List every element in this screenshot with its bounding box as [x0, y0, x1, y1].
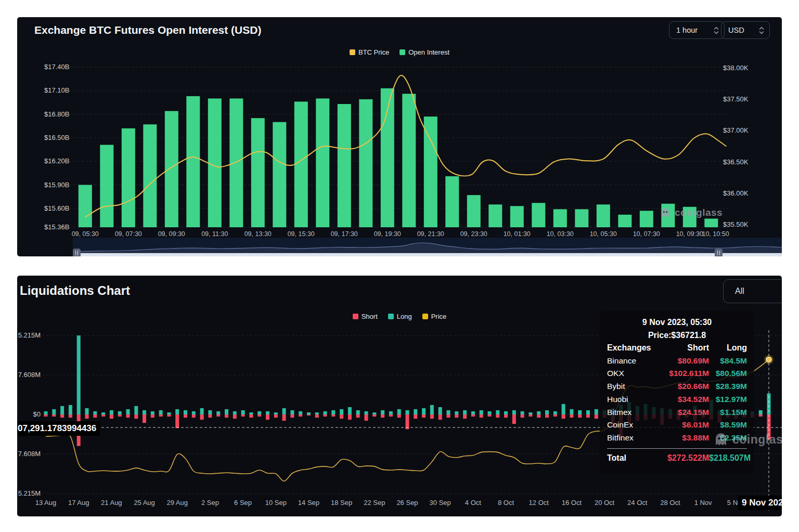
- short-liquidation-bar[interactable]: [93, 414, 97, 418]
- long-liquidation-bar[interactable]: [537, 411, 540, 414]
- long-liquidation-bar[interactable]: [455, 411, 458, 414]
- short-liquidation-bar[interactable]: [134, 414, 138, 419]
- short-liquidation-bar[interactable]: [570, 414, 573, 418]
- long-liquidation-bar[interactable]: [372, 412, 376, 414]
- short-liquidation-bar[interactable]: [60, 414, 64, 418]
- short-liquidation-bar[interactable]: [372, 414, 376, 417]
- short-liquidation-bar[interactable]: [216, 414, 220, 417]
- long-liquidation-bar[interactable]: [578, 410, 582, 414]
- short-liquidation-bar[interactable]: [266, 414, 269, 420]
- short-liquidation-bar[interactable]: [529, 414, 532, 417]
- oi-bar[interactable]: [467, 195, 481, 227]
- short-liquidation-bar[interactable]: [159, 414, 163, 417]
- long-liquidation-bar[interactable]: [586, 410, 590, 414]
- long-liquidation-bar[interactable]: [422, 408, 426, 414]
- long-liquidation-bar[interactable]: [266, 411, 269, 414]
- long-liquidation-bar[interactable]: [175, 409, 179, 414]
- long-liquidation-bar[interactable]: [389, 411, 393, 414]
- legend-item-short[interactable]: Short: [353, 313, 378, 320]
- short-liquidation-bar[interactable]: [274, 414, 278, 418]
- long-liquidation-bar[interactable]: [414, 409, 417, 414]
- short-liquidation-bar[interactable]: [553, 414, 557, 417]
- short-liquidation-bar[interactable]: [356, 414, 360, 418]
- currency-select[interactable]: USD: [721, 21, 770, 39]
- legend-item-long[interactable]: Long: [388, 313, 412, 320]
- short-liquidation-bar[interactable]: [307, 414, 311, 416]
- long-liquidation-bar[interactable]: [208, 410, 212, 414]
- oi-bar[interactable]: [338, 104, 351, 227]
- oi-bar[interactable]: [208, 98, 222, 227]
- oi-bar[interactable]: [424, 116, 437, 227]
- long-liquidation-bar[interactable]: [562, 404, 565, 414]
- short-liquidation-bar[interactable]: [439, 414, 442, 420]
- long-liquidation-bar[interactable]: [545, 410, 549, 414]
- long-liquidation-bar[interactable]: [233, 411, 237, 414]
- oi-bar[interactable]: [704, 218, 718, 227]
- short-liquidation-bar[interactable]: [249, 414, 253, 418]
- long-liquidation-bar[interactable]: [225, 409, 228, 414]
- short-liquidation-bar[interactable]: [480, 414, 483, 418]
- long-liquidation-bar[interactable]: [463, 410, 467, 414]
- short-liquidation-bar[interactable]: [767, 414, 771, 440]
- short-liquidation-bar[interactable]: [521, 414, 524, 418]
- long-liquidation-bar[interactable]: [595, 409, 598, 414]
- long-liquidation-bar[interactable]: [184, 410, 187, 414]
- short-liquidation-bar[interactable]: [471, 414, 475, 417]
- short-liquidation-bar[interactable]: [151, 414, 154, 418]
- long-liquidation-bar[interactable]: [504, 411, 508, 414]
- long-liquidation-bar[interactable]: [44, 411, 48, 414]
- short-liquidation-bar[interactable]: [331, 414, 335, 417]
- navigator-handle-right[interactable]: [715, 249, 723, 256]
- oi-bar[interactable]: [532, 203, 545, 227]
- long-liquidation-bar[interactable]: [348, 407, 352, 414]
- oi-navigator[interactable]: [73, 238, 782, 256]
- short-liquidation-bar[interactable]: [257, 414, 261, 417]
- long-liquidation-bar[interactable]: [290, 410, 294, 414]
- short-liquidation-bar[interactable]: [496, 414, 499, 418]
- oi-bar[interactable]: [79, 185, 92, 228]
- long-liquidation-bar[interactable]: [480, 410, 483, 414]
- long-liquidation-bar[interactable]: [447, 410, 450, 414]
- long-liquidation-bar[interactable]: [315, 412, 319, 414]
- short-liquidation-bar[interactable]: [110, 414, 113, 419]
- oi-bar[interactable]: [316, 98, 329, 227]
- short-liquidation-bar[interactable]: [512, 414, 516, 424]
- long-liquidation-bar[interactable]: [151, 411, 154, 414]
- short-liquidation-bar[interactable]: [241, 414, 245, 417]
- long-liquidation-bar[interactable]: [439, 407, 442, 414]
- navigator-handle-left[interactable]: [73, 249, 81, 256]
- short-liquidation-bar[interactable]: [118, 414, 122, 417]
- long-liquidation-bar[interactable]: [60, 406, 64, 414]
- oi-bar[interactable]: [575, 209, 588, 227]
- long-liquidation-bar[interactable]: [85, 408, 89, 414]
- long-liquidation-bar[interactable]: [52, 409, 56, 414]
- oi-bar[interactable]: [488, 204, 502, 227]
- long-liquidation-bar[interactable]: [570, 409, 573, 414]
- short-liquidation-bar[interactable]: [537, 414, 540, 418]
- short-liquidation-bar[interactable]: [167, 414, 171, 417]
- short-liquidation-bar[interactable]: [397, 414, 401, 418]
- long-liquidation-bar[interactable]: [430, 405, 434, 414]
- short-liquidation-bar[interactable]: [192, 414, 196, 418]
- long-liquidation-bar[interactable]: [324, 411, 327, 414]
- long-liquidation-bar[interactable]: [118, 411, 122, 414]
- long-liquidation-bar[interactable]: [257, 411, 261, 414]
- oi-bar[interactable]: [661, 204, 675, 227]
- short-liquidation-bar[interactable]: [365, 414, 368, 421]
- long-liquidation-bar[interactable]: [200, 408, 204, 414]
- short-liquidation-bar[interactable]: [430, 414, 434, 419]
- short-liquidation-bar[interactable]: [44, 414, 48, 417]
- oi-bar[interactable]: [100, 145, 113, 228]
- long-liquidation-bar[interactable]: [159, 410, 163, 414]
- long-liquidation-bar[interactable]: [77, 335, 81, 414]
- long-liquidation-bar[interactable]: [101, 412, 105, 414]
- short-liquidation-bar[interactable]: [233, 414, 237, 419]
- long-liquidation-bar[interactable]: [512, 410, 516, 414]
- oi-bar[interactable]: [186, 96, 200, 227]
- short-liquidation-bar[interactable]: [488, 414, 492, 417]
- oi-bar[interactable]: [618, 215, 632, 227]
- short-liquidation-bar[interactable]: [52, 414, 56, 417]
- short-liquidation-bar[interactable]: [414, 414, 417, 419]
- short-liquidation-bar[interactable]: [143, 414, 146, 423]
- long-liquidation-bar[interactable]: [274, 412, 278, 414]
